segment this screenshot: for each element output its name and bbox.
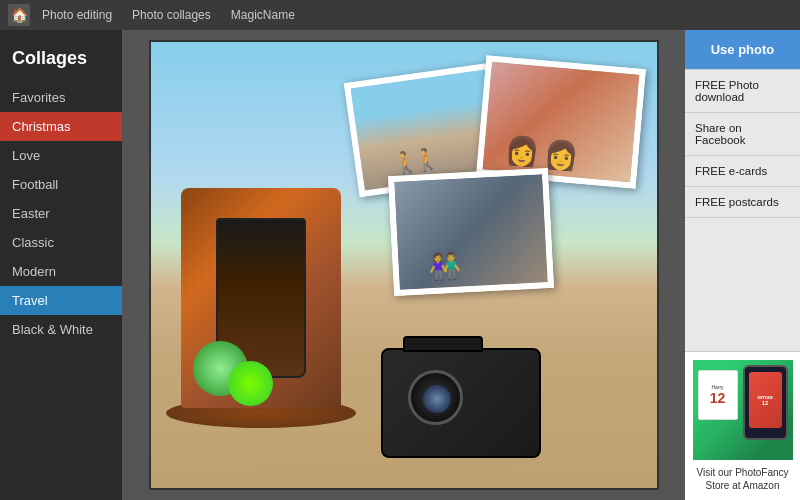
photo-card-3: 👫 [387,168,553,296]
camera-top [403,336,483,352]
nav-magicname[interactable]: MagicName [223,8,303,22]
collage-preview-area: 🚶 🚶 👩 👩 👫 [122,30,685,500]
share-facebook-link[interactable]: Share on Facebook [685,113,800,156]
drink-glass [216,218,306,378]
phone-screen: omas 12 [749,372,782,428]
collage-frame: 🚶 🚶 👩 👩 👫 [149,40,659,490]
jersey-number: 12 [710,390,726,406]
nav-photo-collages[interactable]: Photo collages [124,8,219,22]
free-photo-download-link[interactable]: FREE Photo download [685,70,800,113]
camera-object [381,348,541,458]
sidebar-item-classic[interactable]: Classic [0,228,122,257]
camera-lens-inner [423,385,451,413]
use-photo-button[interactable]: Use photo [685,30,800,70]
jersey-background: Harry 12 omas 12 [693,360,793,460]
drink-object [181,188,341,408]
sidebar-item-favorites[interactable]: Favorites [0,83,122,112]
amazon-ad-banner[interactable]: Harry 12 omas 12 Visit our PhotoFancy St… [685,351,800,500]
home-icon[interactable]: 🏠 [8,4,30,26]
sidebar-item-modern[interactable]: Modern [0,257,122,286]
sidebar-item-love[interactable]: Love [0,141,122,170]
right-panel: Use photo FREE Photo download Share on F… [685,30,800,500]
sidebar-item-christmas[interactable]: Christmas [0,112,122,141]
sidebar-item-football[interactable]: Football [0,170,122,199]
lime-2 [228,361,273,406]
nav-photo-editing[interactable]: Photo editing [34,8,120,22]
phone-shape: omas 12 [743,365,788,440]
sidebar-item-black-white[interactable]: Black & White [0,315,122,344]
jersey-card: Harry 12 [698,370,738,420]
free-postcards-link[interactable]: FREE postcards [685,187,800,218]
sidebar: Collages Favorites Christmas Love Footba… [0,30,122,500]
free-ecards-link[interactable]: FREE e-cards [685,156,800,187]
photo-card-2: 👩 👩 [476,55,646,188]
phone-number-text: 12 [762,400,769,406]
amazon-ad-image: Harry 12 omas 12 [693,360,793,460]
camera-lens [408,370,463,425]
amazon-ad-text: Visit our PhotoFancy Store at Amazon [690,466,795,492]
sidebar-heading: Collages [0,40,122,83]
main-layout: Collages Favorites Christmas Love Footba… [0,30,800,500]
sidebar-item-travel[interactable]: Travel [0,286,122,315]
sidebar-item-easter[interactable]: Easter [0,199,122,228]
top-navbar: 🏠 Photo editing Photo collages MagicName [0,0,800,30]
